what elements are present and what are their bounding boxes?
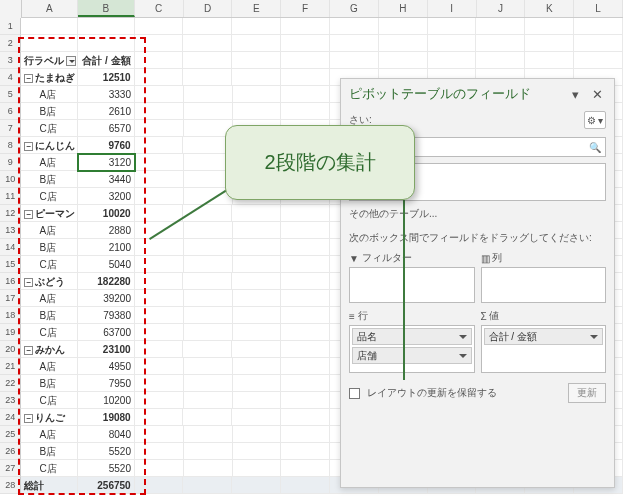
empty-cell[interactable] bbox=[281, 256, 330, 273]
empty-cell[interactable] bbox=[476, 18, 525, 35]
empty-cell[interactable] bbox=[379, 35, 428, 52]
pivot-rowlabel-header[interactable]: 行ラベル bbox=[21, 52, 78, 69]
col-header[interactable]: B bbox=[78, 0, 135, 17]
empty-cell[interactable] bbox=[135, 290, 184, 307]
empty-cell[interactable] bbox=[281, 460, 330, 477]
collapse-icon[interactable]: − bbox=[24, 210, 33, 219]
empty-cell[interactable] bbox=[233, 222, 282, 239]
empty-cell[interactable] bbox=[281, 409, 330, 426]
pivot-detail-label[interactable]: B店 bbox=[21, 375, 78, 392]
pivot-detail-value[interactable]: 7950 bbox=[78, 375, 135, 392]
empty-cell[interactable] bbox=[184, 307, 233, 324]
row-header[interactable]: 2 bbox=[0, 35, 21, 52]
row-field-item[interactable]: 店舗 bbox=[352, 347, 472, 364]
pivot-detail-value[interactable]: 2100 bbox=[78, 239, 135, 256]
empty-cell[interactable] bbox=[135, 460, 184, 477]
pivot-group-cell[interactable]: −たまねぎ bbox=[21, 69, 78, 86]
empty-cell[interactable] bbox=[281, 341, 330, 358]
empty-cell[interactable] bbox=[135, 273, 184, 290]
row-header[interactable]: 24 bbox=[0, 409, 21, 426]
cell[interactable] bbox=[21, 18, 78, 35]
empty-cell[interactable] bbox=[233, 375, 282, 392]
pivot-detail-label[interactable]: B店 bbox=[21, 307, 78, 324]
empty-cell[interactable] bbox=[233, 103, 282, 120]
row-header[interactable]: 14 bbox=[0, 239, 21, 256]
pivot-detail-value[interactable]: 4950 bbox=[78, 358, 135, 375]
pivot-detail-value[interactable]: 5040 bbox=[78, 256, 135, 273]
pivot-group-cell[interactable]: −ピーマン bbox=[21, 205, 78, 222]
pivot-detail-label[interactable]: A店 bbox=[21, 290, 78, 307]
row-header[interactable]: 6 bbox=[0, 103, 21, 120]
empty-cell[interactable] bbox=[281, 477, 330, 494]
empty-cell[interactable] bbox=[184, 86, 233, 103]
row-header[interactable]: 23 bbox=[0, 392, 21, 409]
chevron-down-icon[interactable] bbox=[459, 335, 467, 339]
empty-cell[interactable] bbox=[232, 477, 281, 494]
empty-cell[interactable] bbox=[379, 18, 428, 35]
empty-cell[interactable] bbox=[135, 69, 184, 86]
pivot-detail-label[interactable]: A店 bbox=[21, 426, 78, 443]
empty-cell[interactable] bbox=[281, 392, 330, 409]
col-header[interactable]: E bbox=[232, 0, 281, 17]
pivot-group-cell[interactable]: −にんじん bbox=[21, 137, 78, 154]
cell[interactable] bbox=[78, 18, 135, 35]
empty-cell[interactable] bbox=[232, 35, 281, 52]
pivot-detail-label[interactable]: A店 bbox=[21, 222, 78, 239]
pivot-detail-value[interactable]: 39200 bbox=[78, 290, 135, 307]
cell[interactable] bbox=[78, 35, 135, 52]
empty-cell[interactable] bbox=[183, 273, 232, 290]
empty-cell[interactable] bbox=[233, 86, 282, 103]
empty-cell[interactable] bbox=[330, 35, 379, 52]
empty-cell[interactable] bbox=[135, 375, 184, 392]
empty-cell[interactable] bbox=[184, 358, 233, 375]
pivot-group-total[interactable]: 19080 bbox=[78, 409, 135, 426]
empty-cell[interactable] bbox=[233, 392, 282, 409]
empty-cell[interactable] bbox=[281, 222, 330, 239]
row-header[interactable]: 16 bbox=[0, 273, 21, 290]
row-header[interactable]: 27 bbox=[0, 460, 21, 477]
row-header[interactable]: 26 bbox=[0, 443, 21, 460]
row-header[interactable]: 21 bbox=[0, 358, 21, 375]
col-header[interactable]: L bbox=[574, 0, 623, 17]
empty-cell[interactable] bbox=[184, 375, 233, 392]
empty-cell[interactable] bbox=[135, 120, 184, 137]
empty-cell[interactable] bbox=[525, 35, 574, 52]
empty-cell[interactable] bbox=[281, 324, 330, 341]
area-values-box[interactable]: 合計 / 金額 bbox=[481, 325, 607, 373]
empty-cell[interactable] bbox=[428, 18, 477, 35]
pivot-group-total[interactable]: 10020 bbox=[78, 205, 135, 222]
empty-cell[interactable] bbox=[281, 239, 330, 256]
row-header[interactable]: 3 bbox=[0, 52, 21, 69]
row-header[interactable]: 20 bbox=[0, 341, 21, 358]
pivot-detail-value[interactable]: 8040 bbox=[78, 426, 135, 443]
empty-cell[interactable] bbox=[281, 307, 330, 324]
empty-cell[interactable] bbox=[184, 392, 233, 409]
row-header[interactable]: 17 bbox=[0, 290, 21, 307]
pivot-detail-value[interactable]: 63700 bbox=[78, 324, 135, 341]
empty-cell[interactable] bbox=[184, 290, 233, 307]
pivot-detail-label[interactable]: B店 bbox=[21, 443, 78, 460]
empty-cell[interactable] bbox=[330, 18, 379, 35]
empty-cell[interactable] bbox=[281, 443, 330, 460]
pivot-detail-value[interactable]: 5520 bbox=[78, 460, 135, 477]
empty-cell[interactable] bbox=[183, 52, 232, 69]
pivot-detail-value[interactable]: 79380 bbox=[78, 307, 135, 324]
empty-cell[interactable] bbox=[281, 375, 330, 392]
pivot-detail-label[interactable]: C店 bbox=[21, 392, 78, 409]
empty-cell[interactable] bbox=[135, 154, 184, 171]
row-header[interactable]: 15 bbox=[0, 256, 21, 273]
chevron-down-icon[interactable] bbox=[459, 354, 467, 358]
pivot-group-cell[interactable]: −ぶどう bbox=[21, 273, 78, 290]
pivot-detail-label[interactable]: A店 bbox=[21, 86, 78, 103]
pivot-detail-value[interactable]: 2610 bbox=[78, 103, 135, 120]
pivot-detail-value[interactable]: 3200 bbox=[78, 188, 135, 205]
pivot-detail-value[interactable]: 3120 bbox=[78, 154, 135, 171]
empty-cell[interactable] bbox=[135, 18, 184, 35]
empty-cell[interactable] bbox=[428, 35, 477, 52]
row-header[interactable]: 28 bbox=[0, 477, 21, 494]
pivot-detail-value[interactable]: 2880 bbox=[78, 222, 135, 239]
empty-cell[interactable] bbox=[183, 35, 232, 52]
row-header[interactable]: 12 bbox=[0, 205, 21, 222]
empty-cell[interactable] bbox=[281, 103, 330, 120]
col-header[interactable]: F bbox=[281, 0, 330, 17]
